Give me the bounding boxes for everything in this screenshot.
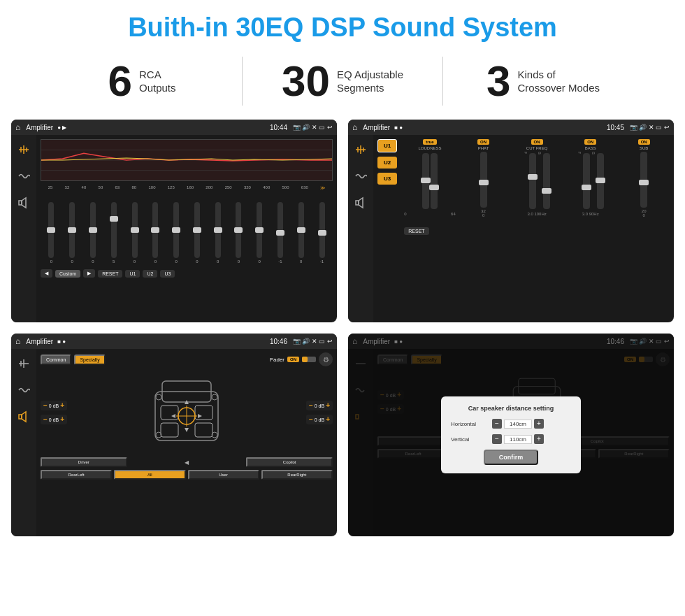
screen2-title: Amplifier bbox=[363, 124, 390, 131]
confirm-button[interactable]: Confirm bbox=[484, 450, 539, 465]
stat-label-rca: RCA Outputs bbox=[139, 68, 176, 95]
eq-slider-5[interactable]: 0 bbox=[146, 202, 165, 264]
eq-slider-2[interactable]: 0 bbox=[84, 202, 103, 264]
screen1-main: 25 32 40 50 63 80 100 125 160 200 250 32… bbox=[36, 135, 337, 322]
loudness-sliders bbox=[422, 152, 438, 210]
bass-values: 3.0 90Hz bbox=[582, 212, 599, 216]
db-plus-right-top[interactable]: + bbox=[326, 402, 330, 409]
stat-number-eq: 30 bbox=[282, 59, 330, 103]
eq-u3-btn[interactable]: U3 bbox=[160, 270, 175, 278]
stats-row: 6 RCA Outputs 30 EQ Adjustable Segments … bbox=[0, 50, 685, 115]
vertical-value: 110cm bbox=[504, 435, 532, 444]
eq-prev-btn[interactable]: ◀ bbox=[41, 269, 52, 278]
vertical-minus-btn[interactable]: − bbox=[492, 434, 502, 444]
eq-play-btn[interactable]: ▶ bbox=[83, 269, 95, 278]
cutfreq-label-f: F bbox=[524, 152, 528, 210]
ctrl-label-sub: SUB bbox=[640, 146, 648, 150]
fader-on-toggle[interactable]: ON bbox=[287, 357, 299, 362]
home-icon-2: ⌂ bbox=[352, 122, 357, 132]
loudness-slider-1[interactable] bbox=[422, 153, 429, 209]
ch-u1-btn[interactable]: U1 bbox=[377, 139, 397, 152]
db-minus-right-top[interactable]: − bbox=[309, 402, 313, 409]
db-plus-right-bottom[interactable]: + bbox=[326, 416, 330, 423]
eq-slider-7[interactable]: 0 bbox=[187, 202, 206, 264]
db-minus-left-top[interactable]: − bbox=[43, 402, 48, 409]
sidebar3-icon-eq[interactable] bbox=[16, 356, 31, 371]
bass-slider-1[interactable] bbox=[583, 153, 590, 209]
svg-rect-22 bbox=[161, 406, 178, 420]
svg-marker-14 bbox=[359, 198, 363, 208]
ctrl-label-cutfreq: CUT FREQ bbox=[526, 146, 548, 150]
sidebar2-icon-wave[interactable] bbox=[353, 169, 368, 184]
cutfreq-slider-2[interactable] bbox=[543, 153, 550, 209]
sidebar-icon-speaker[interactable] bbox=[16, 195, 31, 210]
db-value-left-top: 0 dB bbox=[49, 403, 59, 408]
horizontal-minus-btn[interactable]: − bbox=[492, 419, 502, 429]
db-ctrl-left-top: − 0 dB + bbox=[41, 401, 67, 410]
settings-icon-3[interactable]: ⚙ bbox=[319, 352, 333, 366]
db-plus-left-bottom[interactable]: + bbox=[60, 416, 64, 423]
stat-label-crossover: Kinds of Crossover Modes bbox=[517, 68, 600, 95]
eq-slider-13[interactable]: -1 bbox=[312, 202, 331, 264]
eq-slider-3[interactable]: 5 bbox=[104, 202, 123, 264]
sub-slider[interactable] bbox=[640, 152, 647, 208]
svg-rect-23 bbox=[195, 406, 212, 420]
btn-driver-3[interactable]: Driver bbox=[41, 457, 127, 467]
db-plus-left-top[interactable]: + bbox=[60, 402, 64, 409]
vertical-plus-btn[interactable]: + bbox=[534, 434, 544, 444]
eq-u2-btn[interactable]: U2 bbox=[143, 270, 157, 278]
screen2-status-icons: 📷 🔊 ✕ ▭ ↩ bbox=[630, 124, 670, 131]
eq-slider-8[interactable]: 0 bbox=[208, 202, 227, 264]
sidebar-icon-wave[interactable] bbox=[16, 169, 31, 184]
bass-label-g: G bbox=[591, 152, 596, 210]
eq-slider-9[interactable]: 0 bbox=[229, 202, 248, 264]
bass-slider-2[interactable] bbox=[597, 153, 604, 209]
sub-labels: 200 bbox=[642, 209, 647, 217]
eq-reset-btn[interactable]: RESET bbox=[98, 270, 122, 278]
ch-u2-btn[interactable]: U2 bbox=[377, 157, 397, 169]
svg-marker-30 bbox=[185, 428, 189, 432]
eq-slider-4[interactable]: 0 bbox=[125, 202, 144, 264]
eq-slider-0[interactable]: 0 bbox=[42, 202, 61, 264]
screen2-content: U1 U2 U3 true LOUDNESS bbox=[348, 135, 674, 322]
screen3-dots: ■ ● bbox=[57, 338, 66, 345]
right-db-controls: − 0 dB + − 0 dB + bbox=[306, 401, 333, 424]
screens-grid: ⌂ Amplifier ● ▶ 10:44 📷 🔊 ✕ ▭ ↩ bbox=[0, 115, 685, 543]
phat-slider[interactable] bbox=[480, 152, 487, 208]
ch-u3-btn[interactable]: U3 bbox=[377, 173, 397, 185]
db-minus-right-bottom[interactable]: − bbox=[309, 416, 313, 423]
sidebar2-icon-speaker[interactable] bbox=[353, 195, 368, 210]
eq-slider-10[interactable]: 0 bbox=[250, 202, 269, 264]
tab-specialty-3[interactable]: Specialty bbox=[74, 354, 105, 365]
amp-reset-btn[interactable]: RESET bbox=[404, 227, 428, 235]
eq-slider-6[interactable]: 0 bbox=[167, 202, 186, 264]
btn-rearleft-3[interactable]: RearLeft bbox=[41, 470, 112, 480]
on-badge-loudness: true bbox=[423, 139, 436, 145]
eq-slider-11[interactable]: -1 bbox=[271, 202, 290, 264]
sidebar3-icon-wave[interactable] bbox=[16, 382, 31, 398]
btn-rearright-3[interactable]: RearRight bbox=[261, 470, 333, 480]
btn-copilot-3[interactable]: Copilot bbox=[246, 457, 333, 467]
loudness-slider-2[interactable] bbox=[431, 153, 438, 209]
fader-text: Fader bbox=[270, 357, 284, 363]
screen1-title: Amplifier bbox=[26, 124, 53, 131]
db-minus-left-bottom[interactable]: − bbox=[43, 416, 48, 423]
eq-slider-12[interactable]: 0 bbox=[291, 202, 310, 264]
sidebar2-icon-eq[interactable] bbox=[353, 142, 368, 157]
sidebar3-icon-speaker[interactable] bbox=[16, 409, 31, 424]
eq-slider-1[interactable]: 0 bbox=[63, 202, 82, 264]
tab-common-3[interactable]: Common bbox=[41, 354, 71, 365]
home-icon-3: ⌂ bbox=[15, 336, 20, 346]
btn-all-3[interactable]: All bbox=[114, 470, 185, 480]
horizontal-plus-btn[interactable]: + bbox=[534, 419, 544, 429]
cutfreq-slider-1[interactable] bbox=[529, 153, 536, 209]
screen3-title: Amplifier bbox=[26, 338, 53, 345]
eq-u1-btn[interactable]: U1 bbox=[125, 270, 140, 278]
sidebar-icon-eq[interactable] bbox=[16, 142, 31, 157]
eq-custom-btn[interactable]: Custom bbox=[55, 270, 80, 278]
btn-user-3[interactable]: User bbox=[188, 470, 259, 480]
fader-slider-mini[interactable] bbox=[302, 357, 316, 362]
bass-label-f: F bbox=[577, 152, 582, 210]
eq-sliders: 0 0 0 5 0 0 0 0 0 0 0 -1 0 -1 bbox=[41, 194, 333, 264]
svg-rect-24 bbox=[161, 423, 178, 437]
